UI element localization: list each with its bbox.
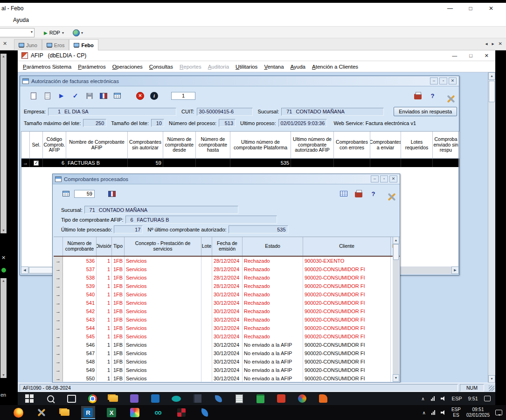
chrome-icon[interactable]	[86, 392, 98, 405]
menu-ayuda[interactable]: Ayuda	[287, 61, 309, 72]
proc-grid-row[interactable]: →54611FBServicios30/12/2024No enviado a …	[54, 341, 400, 349]
minimize-icon[interactable]: —	[452, 50, 457, 61]
record-counter-field[interactable]: 59	[74, 190, 95, 198]
chevron-up-icon[interactable]: ∧	[421, 396, 424, 401]
scroll-down-icon[interactable]: ▼	[2, 228, 5, 233]
scroll-down-icon[interactable]: ▼	[2, 372, 5, 378]
excel-icon[interactable]: X	[104, 406, 118, 419]
left-dock-scrollbar-2[interactable]: ▲▼	[0, 278, 7, 378]
proc-grid-row[interactable]: →55011FBServicios30/12/2024No enviado a …	[54, 374, 400, 382]
volume-icon[interactable]	[441, 410, 446, 415]
checkbox-icon[interactable]	[34, 161, 39, 166]
close-tab-icon[interactable]: ✕	[3, 41, 7, 47]
close-session-icon[interactable]: ✕	[499, 41, 502, 46]
ultimo-comprobante-field[interactable]: 535	[229, 225, 288, 233]
volume-icon[interactable]	[441, 396, 446, 401]
proc-col-header[interactable]: Tipo	[112, 237, 125, 256]
auth-col-header[interactable]: Ultimo número de comprobante Plataforma	[230, 132, 291, 158]
app-form-icon[interactable]	[233, 392, 245, 405]
proceso-field[interactable]: 513	[219, 119, 236, 127]
proc-grid-row[interactable]: →54311FBServicios30/12/2024Rechazado9000…	[54, 315, 400, 324]
auth-col-header[interactable]: Lotes requeridos	[401, 132, 433, 158]
rdp-connect-button[interactable]: ▶ RDP ▾	[41, 28, 67, 38]
maximize-icon[interactable]: ▫	[439, 77, 447, 84]
chevron-up-icon[interactable]: ∧	[423, 410, 426, 415]
app-teal-icon[interactable]	[170, 392, 182, 405]
proc-col-header[interactable]: Lote	[201, 237, 212, 256]
app-calendar-icon[interactable]	[254, 392, 266, 405]
proc-grid-row[interactable]: →53611FBServicios28/12/2024Rechazado9000…	[54, 257, 400, 265]
proc-window-titlebar[interactable]: Comprobantes procesados – ▫ ✕	[53, 174, 400, 184]
proc-grid-row[interactable]: →54211FBServicios30/12/2024Rechazado9000…	[54, 307, 400, 315]
grid-view-button[interactable]	[338, 188, 349, 199]
search-button[interactable]	[44, 392, 56, 405]
dock-close-icon[interactable]: ✕	[1, 255, 6, 261]
menu-reportes[interactable]: Reportes	[176, 61, 205, 72]
start-button[interactable]	[23, 392, 35, 405]
proc-grid-row[interactable]: →53711FBServicios28/12/2024Rechazado9000…	[54, 265, 400, 273]
clock[interactable]: 09:51 02/01/2025	[466, 407, 490, 419]
scroll-down-icon[interactable]: ▼	[393, 374, 399, 382]
menu-auditoria[interactable]: Auditoria	[205, 61, 232, 72]
auth-col-header[interactable]: Sel.	[30, 132, 43, 158]
proc-grid-row[interactable]: →54911FBServicios30/12/2024No enviado a …	[54, 366, 400, 374]
menu-utilitarios[interactable]: Utilitarios	[232, 61, 261, 72]
proc-vscrollbar[interactable]: ▲ ▼	[393, 237, 399, 382]
properties-button[interactable]	[42, 90, 53, 101]
export-grid-button[interactable]	[111, 90, 123, 101]
paint-app-icon[interactable]	[128, 406, 142, 419]
sucursal-field[interactable]: 71 CONTADO MAÑANA	[281, 108, 384, 116]
stop-button[interactable]: ✕	[134, 90, 146, 101]
proc-col-header[interactable]: Fecha de emisión	[212, 237, 243, 256]
proc-grid-row[interactable]: →53811FBServicios28/12/2024Rechazado9000…	[54, 273, 400, 282]
flag-app-icon[interactable]	[174, 406, 188, 419]
ledger-button[interactable]	[106, 188, 118, 199]
scroll-thumb[interactable]	[393, 244, 399, 260]
app-p-icon[interactable]	[275, 392, 287, 405]
auth-col-header[interactable]: Número de comprobante hasta	[196, 132, 230, 158]
proc-grid-row[interactable]: →54411FBServicios30/12/2024Rechazado9000…	[54, 324, 400, 332]
auth-grid-row[interactable]: →6FACTURAS B59535	[21, 159, 458, 167]
connection-combo[interactable]: ▾	[0, 28, 35, 37]
left-dock-scrollbar[interactable]: ▲▼	[0, 54, 7, 233]
scroll-up-icon[interactable]: ▲	[393, 237, 399, 244]
auth-col-header[interactable]: Número de comprobante desde	[163, 132, 196, 158]
scroll-up-icon[interactable]: ▲	[2, 278, 5, 284]
auth-col-header[interactable]: Código Comprob. AFIP	[43, 132, 66, 158]
language-indicator[interactable]: ESP ES	[451, 407, 461, 419]
empresa-field[interactable]: 1 EL DIA SA	[48, 108, 176, 116]
resize-grip[interactable]	[489, 385, 494, 391]
language-indicator[interactable]: ESP	[452, 396, 462, 401]
scroll-up-icon[interactable]: ▲	[488, 72, 495, 80]
app-purple-icon[interactable]	[128, 392, 140, 405]
minimize-icon[interactable]: —	[440, 3, 460, 14]
menu-par-metros-sistema[interactable]: Parámetros Sistema	[20, 61, 75, 72]
minimize-icon[interactable]: –	[371, 175, 379, 182]
process-counter-field[interactable]: 1	[171, 92, 195, 100]
mdi-vscrollbar[interactable]: ▲ ▼	[488, 72, 495, 383]
print-button[interactable]	[353, 188, 364, 199]
action-center-icon[interactable]	[495, 410, 502, 415]
firefox-icon[interactable]	[11, 406, 25, 419]
menu-ayuda[interactable]: Ayuda	[13, 14, 29, 26]
tab-febo[interactable]: Febo	[69, 39, 98, 50]
notification-icon[interactable]	[484, 396, 491, 401]
proc-col-header[interactable]: División	[97, 237, 112, 256]
menu-ventana[interactable]: Ventana	[261, 61, 287, 72]
close-icon[interactable]: ✕	[389, 175, 397, 182]
auth-window-titlebar[interactable]: Autorización de facturas electrónicas – …	[20, 76, 459, 86]
infinity-app-icon[interactable]: ∞	[151, 406, 165, 419]
ledger-button[interactable]	[97, 90, 109, 101]
proc-col-header[interactable]: Estado	[243, 237, 303, 256]
scroll-up-icon[interactable]: ▲	[2, 54, 5, 59]
close-icon[interactable]: ✕	[481, 3, 501, 14]
rdp-manager-icon[interactable]: R	[81, 406, 95, 419]
scroll-right-icon[interactable]: ▶	[451, 266, 459, 274]
scroll-left-icon[interactable]: ◀	[21, 266, 28, 274]
new-document-button[interactable]	[28, 90, 39, 101]
clock[interactable]: 9:51	[468, 396, 478, 401]
save-button[interactable]	[83, 90, 95, 101]
export-grid-button[interactable]	[60, 188, 72, 199]
proc-col-header[interactable]: Número de comprobante	[63, 237, 97, 256]
file-explorer-icon[interactable]	[58, 406, 72, 419]
